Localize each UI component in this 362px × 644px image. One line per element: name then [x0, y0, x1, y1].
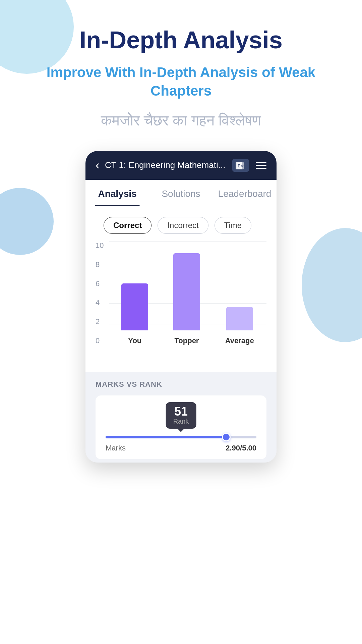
rank-number: 51 [173, 406, 189, 418]
back-button[interactable]: ‹ [96, 158, 100, 172]
filter-time-button[interactable]: Time [215, 217, 251, 234]
bar-group-topper: Topper [173, 253, 200, 345]
y-label-6: 6 [96, 279, 104, 288]
bar-label-average: Average [225, 336, 254, 345]
bar-topper [173, 253, 200, 330]
phone-mockup: ‹ CT 1: Engineering Mathemati... E अ [85, 151, 277, 463]
tab-solutions[interactable]: Solutions [149, 180, 213, 206]
mvr-card: 51 Rank Marks 2.90/5.00 [96, 395, 266, 459]
tab-leaderboard[interactable]: Leaderboard [213, 180, 277, 206]
marks-value: 2.90/5.00 [226, 444, 256, 452]
page-subtitle-en: Improve With In-Depth Analysis of Weak C… [0, 63, 362, 100]
bar-label-you: You [128, 336, 141, 345]
bar-label-topper: Topper [175, 336, 199, 345]
bar-group-you: You [121, 283, 148, 345]
bar-group-average: Average [225, 307, 254, 345]
slider-track[interactable] [106, 436, 256, 438]
filter-buttons: Correct Incorrect Time [96, 210, 266, 241]
y-label-2: 2 [96, 317, 104, 326]
page-main-title: In-Depth Analysis [79, 27, 282, 53]
marks-key: Marks [106, 444, 126, 452]
edu-icon[interactable]: E अ [232, 159, 249, 172]
tab-analysis[interactable]: Analysis [85, 180, 149, 206]
rank-text-label: Rank [173, 418, 189, 425]
bars-row: You Topper Average [109, 251, 266, 345]
bar-average [226, 307, 253, 330]
filter-correct-button[interactable]: Correct [104, 217, 152, 234]
chart-grid: You Topper Average [109, 241, 266, 345]
y-label-4: 4 [96, 298, 104, 307]
page-subtitle-hi: कमजोर चैछर का गहन विश्लेषण [81, 110, 281, 131]
y-label-0: 0 [96, 336, 104, 345]
phone-tabs: Analysis Solutions Leaderboard [85, 180, 277, 206]
chart-area: Correct Incorrect Time 10 8 6 4 2 0 [85, 206, 277, 372]
grid-line-10 [109, 241, 266, 241]
y-label-8: 8 [96, 260, 104, 269]
phone-header: ‹ CT 1: Engineering Mathemati... E अ [85, 151, 277, 180]
mvr-section-label: MARKS VS RANK [96, 380, 266, 389]
filter-incorrect-button[interactable]: Incorrect [158, 217, 208, 234]
header-title: CT 1: Engineering Mathemati... [105, 160, 232, 170]
bar-you [121, 283, 148, 330]
y-label-10: 10 [96, 241, 104, 250]
slider-area: Marks 2.90/5.00 [106, 436, 256, 452]
chart-y-axis: 10 8 6 4 2 0 [96, 241, 104, 345]
rank-bubble: 51 Rank [166, 402, 196, 429]
marks-vs-rank-section: MARKS VS RANK 51 Rank Marks 2.90/5.00 [85, 372, 277, 463]
hamburger-icon[interactable] [256, 162, 266, 169]
header-icons: E अ [232, 159, 266, 172]
marks-row: Marks 2.90/5.00 [106, 444, 256, 452]
bar-chart: 10 8 6 4 2 0 [96, 241, 266, 362]
slider-thumb[interactable] [222, 433, 231, 441]
svg-text:अ: अ [241, 164, 244, 168]
svg-text:E: E [238, 164, 240, 168]
